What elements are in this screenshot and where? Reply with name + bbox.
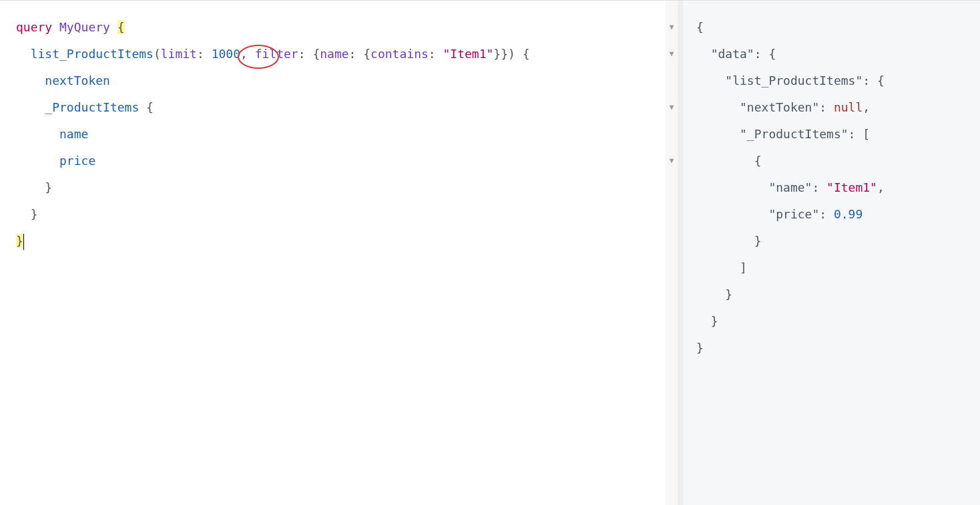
- json-line: "name": "Item1",: [696, 174, 973, 201]
- code-line: }: [16, 174, 662, 201]
- code-line: price: [16, 148, 662, 174]
- code-line: query MyQuery {: [16, 14, 662, 41]
- fold-toggle[interactable]: ▼: [666, 14, 678, 41]
- fold-toggle[interactable]: ▼: [666, 41, 678, 67]
- panel-divider[interactable]: [678, 0, 683, 505]
- code-line: _ProductItems {: [16, 94, 662, 121]
- code-line: list_ProductItems(limit: 1000, filter: {…: [16, 41, 662, 67]
- json-line: "price": 0.99: [696, 201, 973, 228]
- code-line: }: [16, 201, 662, 228]
- json-line: }: [696, 335, 973, 361]
- json-line: }: [696, 228, 973, 255]
- json-line: }: [696, 281, 973, 308]
- fold-toggle[interactable]: ▼: [666, 148, 678, 174]
- response-viewer[interactable]: { "data": { "list_ProductItems": { "next…: [683, 0, 980, 505]
- json-line: "nextToken": null,: [696, 94, 973, 121]
- code-line: }: [16, 228, 662, 255]
- json-line: }: [696, 308, 973, 335]
- code-line: name: [16, 121, 662, 148]
- fold-gutter: ▼ ▼ ▼ ▼ ▼ ▼: [666, 0, 678, 505]
- fold-toggle[interactable]: ▼: [666, 94, 678, 121]
- json-line: "_ProductItems": [: [696, 121, 973, 148]
- text-cursor: [23, 234, 24, 250]
- json-line: {: [696, 14, 973, 41]
- json-line: ]: [696, 255, 973, 281]
- code-line: nextToken: [16, 67, 662, 94]
- json-line: "data": {: [696, 41, 973, 67]
- json-line: {: [696, 148, 973, 174]
- json-line: "list_ProductItems": {: [696, 67, 973, 94]
- query-editor[interactable]: query MyQuery { list_ProductItems(limit:…: [0, 0, 666, 505]
